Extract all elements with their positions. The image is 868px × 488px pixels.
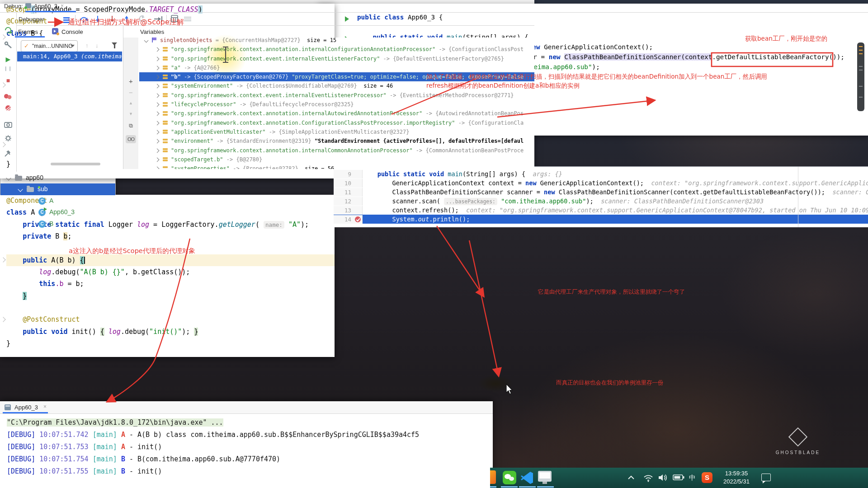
wallpaper-logo: [788, 427, 807, 446]
mouse-pointer: [506, 384, 512, 394]
clock-date: 2022/5/31: [718, 478, 755, 486]
thread-status-check-icon: ✓: [24, 42, 29, 49]
volume-icon[interactable]: [658, 474, 668, 482]
system-tray: 中 S 13:59:35 2022/5/31: [490, 468, 868, 488]
tray-chevron-up-icon[interactable]: [627, 475, 635, 480]
variable-row[interactable]: "a" -> {A@2766}: [139, 63, 534, 72]
entry-icon: [163, 102, 168, 107]
console-tab-label[interactable]: App60_3: [14, 404, 38, 411]
add-watch-icon[interactable]: +: [123, 77, 138, 85]
breakpoint-icon[interactable]: [355, 216, 361, 222]
entry-icon: [163, 111, 168, 116]
tree-item-b[interactable]: CB: [0, 218, 115, 230]
entry-icon: [163, 84, 168, 88]
down-arrow-icon[interactable]: ▼: [123, 112, 138, 116]
thread-dropdown[interactable]: ✓ "main…UNNING: [21, 40, 78, 52]
stop-icon[interactable]: ■: [0, 77, 16, 84]
annotation-text: 加入了扫描器，根据你给定的包名进行扫描，扫描到的结果就是把它们相关的beanDe…: [426, 73, 767, 81]
annotation-text: a这注入的b是经过Scope代理后的代理对象: [69, 247, 195, 255]
camera-thread-dump-icon[interactable]: [0, 121, 16, 128]
variable-row[interactable]: "org.springframework.context.event.inter…: [139, 54, 534, 63]
class-icon: C: [38, 221, 46, 228]
filter-funnel-icon[interactable]: [112, 42, 117, 46]
mouse-highlight-halo: [477, 375, 514, 392]
code-line: [DEBUG] 10:07:51.742 [main] A - A(B b) c…: [7, 429, 493, 441]
wallpaper-signature-text: GHOSTBLADE: [764, 450, 832, 455]
variable-row[interactable]: "org.springframework.context.event.inter…: [139, 91, 534, 100]
variable-row[interactable]: singletonObjects = {ConcurrentHashMap@27…: [139, 38, 534, 45]
entry-icon: [163, 56, 168, 61]
taskbar-clock[interactable]: 13:59:35 2022/5/31: [718, 469, 755, 486]
debugger-label: Debugger: [19, 16, 44, 23]
project-tree-popup: app60subCACApp60_3CB: [0, 172, 116, 231]
variable-row[interactable]: "org.springframework.context.annotation.…: [139, 118, 534, 127]
remove-watch-icon[interactable]: −: [123, 89, 138, 96]
variable-row[interactable]: "org.springframework.context.annotation.…: [139, 45, 534, 54]
rerun-icon[interactable]: [0, 27, 16, 34]
resume-icon[interactable]: ▶: [0, 56, 16, 63]
view-breakpoints-icon[interactable]: [0, 93, 16, 100]
sogou-input-icon[interactable]: S: [702, 472, 712, 483]
variable-row[interactable]: "systemProperties" -> {Properties@2782} …: [139, 164, 534, 169]
settings-wrench-icon[interactable]: [0, 41, 16, 48]
pin-icon[interactable]: [0, 150, 16, 158]
debug-source-editor: 9 public static void main(String[] args)…: [334, 166, 868, 227]
class-icon: C: [38, 197, 46, 205]
tree-item-a[interactable]: CA: [0, 195, 115, 206]
debug-window-label: Debug:: [4, 3, 23, 9]
stack-frame-row[interactable]: main:14, App60_3 (com.itheima.: [17, 52, 122, 61]
debug-tabs-row: [16, 25, 534, 38]
battery-icon[interactable]: [673, 474, 684, 481]
variables-tree: singletonObjects = {ConcurrentHashMap@27…: [139, 38, 534, 169]
up-arrow-icon[interactable]: ▲: [123, 101, 138, 105]
app-run-icon: [25, 3, 31, 8]
gear-icon[interactable]: [0, 134, 16, 142]
copy-frames-icon[interactable]: ⧉: [123, 122, 138, 129]
entry-icon: [163, 130, 168, 134]
close-icon[interactable]: ×: [61, 3, 64, 9]
frames-panel: ✓ "main…UNNING ↑ ↓ main:14, App60_3 (com…: [17, 38, 123, 169]
tab-console[interactable]: Console: [61, 28, 83, 35]
pause-icon[interactable]: ❙❙: [0, 66, 16, 71]
desktop: GHOSTBLADE public class App60_3 { public…: [0, 0, 868, 488]
close-icon[interactable]: ×: [43, 404, 47, 410]
code-line: public void init() { log.debug("init()")…: [6, 326, 335, 338]
code-line: [DEBUG] 10:07:51.754 [main] B - B(com.it…: [7, 453, 493, 465]
wifi-icon[interactable]: [643, 473, 654, 482]
tree-item-app60[interactable]: app60: [0, 172, 115, 183]
ime-indicator[interactable]: 中: [689, 474, 696, 482]
console-window: App60_3 × "C:\Program Files\Java\jdk1.8.…: [0, 401, 493, 488]
variable-row[interactable]: "lifecycleProcessor" -> {DefaultLifecycl…: [139, 100, 534, 109]
notification-center-icon[interactable]: [761, 474, 771, 481]
flag-icon: [152, 38, 156, 42]
wallpaper-signature: GHOSTBLADE: [764, 430, 832, 455]
tree-item-app60_3[interactable]: CApp60_3: [0, 206, 115, 218]
entry-icon: [163, 66, 168, 70]
variable-row[interactable]: "org.springframework.context.annotation.…: [139, 146, 534, 155]
layout-settings-icon[interactable]: [184, 16, 192, 22]
annotation-text: 通过组件扫描方式解析@Scope注解: [68, 18, 184, 27]
variable-row[interactable]: "environment" -> {StandardEnvironment@23…: [139, 136, 534, 145]
editor-scrollbar[interactable]: [857, 42, 864, 111]
editor-guide-line: [798, 167, 798, 227]
frames-scrollbar[interactable]: [51, 163, 100, 165]
tab-frames[interactable]: Frames: [18, 28, 38, 35]
code-line: 10 GenericApplicationContext context = n…: [334, 178, 868, 188]
entry-icon: [163, 139, 168, 143]
frame-up-icon[interactable]: ↑: [85, 42, 89, 49]
tree-item-sub[interactable]: sub: [0, 183, 115, 195]
variable-row[interactable]: "scopedTarget.b" -> {B@2780}: [139, 155, 534, 164]
watch-return-values-icon[interactable]: OO: [126, 135, 136, 143]
annotation-arrow: [469, 240, 499, 376]
folder-icon: [27, 187, 34, 192]
code-line: "C:\Program Files\Java\jdk1.8.0_172\bin\…: [7, 417, 493, 429]
variable-row[interactable]: "applicationEventMulticaster" -> {Simple…: [139, 127, 534, 136]
annotation-text: 获取bean工厂，刚开始是空的: [745, 35, 827, 43]
entry-icon: [163, 121, 168, 125]
code-line: }: [6, 290, 335, 302]
variable-row[interactable]: "org.springframework.context.annotation.…: [139, 109, 534, 118]
mute-breakpoints-icon[interactable]: [0, 104, 16, 112]
code-line: 12 scanner.scan( ...basePackages: "com.i…: [334, 197, 868, 206]
variables-panel-label: Variables: [140, 28, 164, 35]
frame-down-icon[interactable]: ↓: [95, 42, 99, 49]
